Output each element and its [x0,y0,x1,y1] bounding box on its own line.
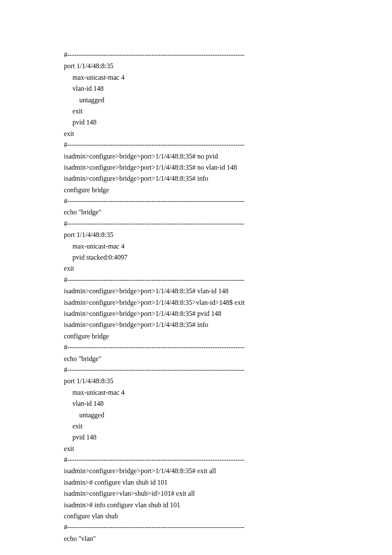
code-line: #---------------------------------------… [64,49,328,61]
code-line: isadmin>configure>bridge>port>1/1/4/48:8… [64,162,328,173]
code-line: isadmin># info configure vlan shub id 10… [64,500,328,511]
code-line: configure bridge [64,185,328,196]
code-line: pvid 148 [64,432,328,443]
code-line: untagged [64,410,328,421]
code-line: #---------------------------------------… [64,522,328,533]
code-line: echo "bridge" [64,353,328,364]
code-line: max-unicast-mac 4 [64,387,328,398]
code-line: exit [64,106,328,117]
code-line: #---------------------------------------… [64,454,328,465]
code-line: port 1/1/4/48:8:35 [64,376,328,387]
code-line: #---------------------------------------… [64,218,328,229]
code-line: configure vlan shub [64,511,328,522]
document-page: #---------------------------------------… [0,0,392,555]
code-line: max-unicast-mac 4 [64,241,328,252]
code-line: #---------------------------------------… [64,196,328,207]
code-line: isadmin>configure>bridge>port>1/1/4/48:8… [64,465,328,477]
code-line: isadmin>configure>bridge>port>1/1/4/48:8… [64,151,328,162]
code-line: exit [64,421,328,432]
code-line: isadmin>configure>bridge>port>1/1/4/48:8… [64,173,328,184]
code-line: exit [64,128,328,139]
code-line: port 1/1/4/48:8:35 [64,61,328,72]
code-line: exit [64,443,328,454]
code-line: configure bridge [64,331,328,342]
code-line: pvid 148 [64,117,328,128]
code-line: max-unicast-mac 4 [64,72,328,83]
code-line: #---------------------------------------… [64,364,328,376]
code-line: pvid stacked:0:4097 [64,252,328,263]
code-line: echo "bridge" [64,207,328,218]
code-line: untagged [64,95,328,106]
code-line: #---------------------------------------… [64,342,328,353]
code-line: isadmin>configure>bridge>port>1/1/4/48:8… [64,286,328,297]
code-line: isadmin># configure vlan shub id 101 [64,477,328,488]
code-line: #---------------------------------------… [64,275,328,286]
code-line: isadmin>configure>bridge>port>1/1/4/48:8… [64,297,328,308]
code-line: isadmin>configure>vlan>shub>id>101# exit… [64,488,328,499]
code-line: isadmin>configure>bridge>port>1/1/4/48:8… [64,319,328,330]
code-line: exit [64,263,328,274]
code-line: echo "vlan" [64,533,328,544]
code-line: isadmin>configure>bridge>port>1/1/4/48:8… [64,308,328,319]
code-line: vlan-id 148 [64,83,328,94]
code-line: #---------------------------------------… [64,139,328,150]
code-line: port 1/1/4/48:8:35 [64,229,328,240]
code-line: vlan-id 148 [64,398,328,409]
